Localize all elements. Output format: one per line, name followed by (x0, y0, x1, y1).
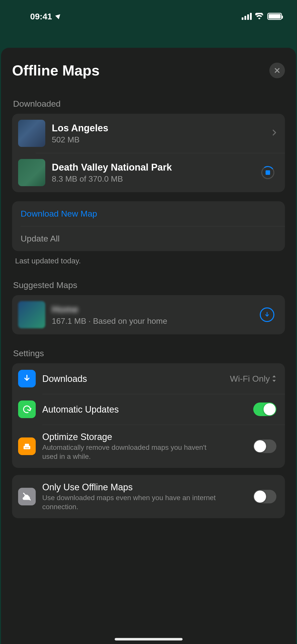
downloaded-actions-group: Download New Map Update All (12, 201, 285, 251)
downloaded-item-size: 502 MB (52, 135, 266, 144)
close-icon (274, 67, 280, 74)
page-title: Offline Maps (12, 62, 100, 79)
suggested-item-title: Home (52, 304, 253, 316)
up-down-icon (272, 375, 276, 382)
offline-only-icon (18, 488, 36, 505)
map-thumbnail (18, 159, 45, 186)
optimize-storage-toggle[interactable] (253, 439, 276, 453)
downloaded-group: Los Angeles 502 MB Death Valley National… (12, 114, 285, 192)
download-button[interactable] (260, 307, 274, 322)
svg-rect-2 (25, 444, 29, 446)
setting-title: Downloads (42, 373, 223, 384)
setting-automatic-updates: Automatic Updates (12, 394, 285, 425)
download-new-map-button[interactable]: Download New Map (12, 201, 285, 226)
downloads-icon (18, 370, 36, 387)
offline-only-toggle[interactable] (253, 490, 276, 503)
last-updated-note: Last updated today. (1, 251, 296, 280)
section-label-suggested: Suggested Maps (1, 280, 296, 295)
setting-downloads[interactable]: Downloads Wi-Fi Only (12, 363, 285, 394)
setting-description: Automatically remove downloaded maps you… (42, 443, 223, 461)
wifi-icon (255, 12, 264, 21)
location-icon (55, 13, 62, 19)
setting-description: Use downloaded maps even when you have a… (42, 493, 223, 512)
status-bar: 09:41 (0, 0, 297, 33)
status-time: 09:41 (30, 12, 52, 21)
close-button[interactable] (269, 63, 285, 78)
setting-value: Wi-Fi Only (230, 374, 276, 384)
cellular-icon (242, 13, 252, 20)
home-indicator[interactable] (115, 638, 183, 640)
map-thumbnail (18, 301, 45, 328)
chevron-right-icon (272, 129, 276, 138)
section-label-downloaded: Downloaded (1, 99, 296, 114)
optimize-storage-icon (18, 437, 36, 455)
stop-icon (266, 170, 270, 175)
automatic-updates-toggle[interactable] (253, 403, 276, 416)
automatic-updates-icon (18, 400, 36, 418)
battery-icon (267, 13, 282, 20)
setting-title: Only Use Offline Maps (42, 481, 247, 493)
download-icon (264, 311, 271, 318)
update-all-button[interactable]: Update All (12, 226, 285, 251)
svg-rect-3 (25, 448, 29, 448)
downloaded-item-death-valley[interactable]: Death Valley National Park 8.3 MB of 370… (12, 153, 285, 192)
downloaded-item-title: Los Angeles (52, 122, 266, 134)
downloaded-item-progress: 8.3 MB of 370.0 MB (52, 174, 255, 184)
offline-maps-sheet: Offline Maps Downloaded Los Angeles 502 … (1, 48, 296, 644)
settings-group-2: Only Use Offline Maps Use downloaded map… (12, 475, 285, 518)
map-thumbnail (18, 120, 45, 147)
downloaded-item-title: Death Valley National Park (52, 162, 255, 174)
setting-only-offline: Only Use Offline Maps Use downloaded map… (12, 475, 285, 518)
suggested-item-subtitle: 167.1 MB · Based on your home (52, 316, 253, 326)
section-label-settings: Settings (1, 348, 296, 363)
svg-point-0 (259, 18, 260, 19)
suggested-item[interactable]: Home 167.1 MB · Based on your home (12, 295, 285, 334)
setting-optimize-storage: Optimize Storage Automatically remove do… (12, 425, 285, 468)
setting-title: Automatic Updates (42, 404, 247, 415)
setting-title: Optimize Storage (42, 431, 247, 442)
settings-group: Downloads Wi-Fi Only Automatic Updates (12, 363, 285, 468)
suggested-group: Home 167.1 MB · Based on your home (12, 295, 285, 334)
downloaded-item-los-angeles[interactable]: Los Angeles 502 MB (12, 114, 285, 153)
download-progress-stop-button[interactable] (261, 166, 274, 179)
